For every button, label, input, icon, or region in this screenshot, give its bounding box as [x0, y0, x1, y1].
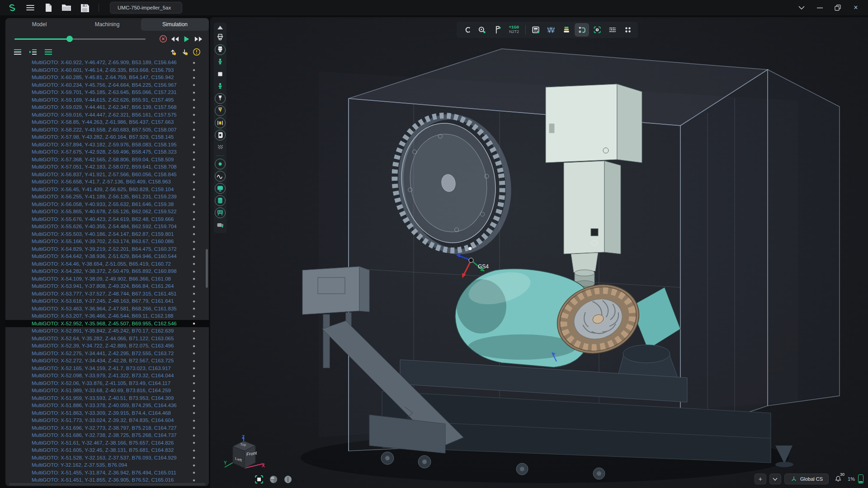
- list-hscrollbar[interactable]: [9, 483, 205, 485]
- breakpoint-dot[interactable]: ●: [193, 164, 195, 169]
- measure-tape-button[interactable]: [475, 23, 489, 37]
- goto-list-item[interactable]: MultiGOTO: X-54.642, Y-38.936, Z-51.629,…: [5, 253, 209, 260]
- orbit-view-button[interactable]: [283, 474, 293, 484]
- breakpoint-dot[interactable]: ●: [193, 142, 195, 147]
- breakpoint-dot[interactable]: ●: [193, 433, 195, 438]
- breakpoint-dot[interactable]: ●: [193, 202, 195, 206]
- step-forward-button[interactable]: [193, 33, 204, 44]
- breakpoint-dot[interactable]: ●: [193, 418, 195, 423]
- goto-list-item[interactable]: MultiGOTO: X-53.463, Y-36.964, Z-47.581,…: [5, 305, 209, 313]
- breakpoint-dot[interactable]: ●: [193, 448, 195, 453]
- breakpoint-dot[interactable]: ●: [193, 478, 195, 483]
- tool-path-toggle[interactable]: [215, 105, 226, 116]
- goto-list-item[interactable]: MultiGOTO: X-59.016, Y-44.447, Z-62.321,…: [5, 111, 209, 119]
- goto-list-item[interactable]: MultiGOTO: X-51.528, Y-32.163, Z-37.537,…: [5, 454, 209, 462]
- goto-list-item[interactable]: MultiGOTO: X-57.051, Y-42.183, Z-58.072,…: [5, 163, 209, 171]
- minimize-button[interactable]: [812, 2, 827, 14]
- analysis-graph-button[interactable]: [544, 23, 558, 37]
- slider-thumb[interactable]: [66, 36, 73, 42]
- breakpoint-dot[interactable]: ●: [193, 269, 195, 274]
- restore-button[interactable]: [830, 2, 845, 14]
- fit-view-button[interactable]: [254, 474, 264, 484]
- goto-list-item[interactable]: MultiGOTO: X-59.029, Y-44.461, Z-62.347,…: [5, 103, 209, 111]
- breakpoint-dot[interactable]: ●: [193, 276, 195, 281]
- breakpoint-dot[interactable]: ●: [193, 261, 195, 266]
- goto-list-item[interactable]: MultiGOTO: X-55.865, Y-40.678, Z-55.126,…: [5, 208, 209, 216]
- breakpoint-dot[interactable]: ●: [193, 224, 195, 229]
- magnet-snap-button[interactable]: [459, 23, 474, 37]
- breakpoint-dot[interactable]: ●: [193, 299, 195, 304]
- apps-grid-button[interactable]: [621, 23, 635, 37]
- goto-list-item[interactable]: MultiGOTO: X-56.658, Y-41.7, Z-57.136, B…: [5, 178, 209, 186]
- main-menu-button[interactable]: [24, 2, 36, 13]
- goto-list-item[interactable]: MultiGOTO: X-53.207, Y-36.466, Z-46.544,…: [5, 312, 209, 320]
- display-options-button[interactable]: [605, 23, 620, 37]
- goto-list-item[interactable]: MultiGOTO: X-55.166, Y-39.702, Z-53.174,…: [5, 238, 209, 245]
- goto-list-item[interactable]: MultiGOTO: X-55.503, Y-40.186, Z-54.147,…: [5, 230, 209, 238]
- simulation-mode-button[interactable]: [575, 23, 589, 37]
- caliper-measure-button[interactable]: [490, 23, 505, 37]
- goto-list-item[interactable]: MultiGOTO: X-52.952, Y-35.968, Z-45.507,…: [5, 320, 209, 328]
- breakpoint-dot[interactable]: ●: [193, 284, 195, 289]
- goto-list-item[interactable]: MultiGOTO: X-52.275, Y-34.441, Z-42.295,…: [5, 350, 209, 357]
- breakpoint-dot[interactable]: ●: [193, 187, 195, 192]
- goto-list-item[interactable]: MultiGOTO: X-57.368, Y-42.565, Z-58.806,…: [5, 156, 209, 164]
- goto-list-item[interactable]: MultiGOTO: X-56.45, Y-41.439, Z-56.625, …: [5, 186, 209, 193]
- breakpoint-dot[interactable]: ●: [193, 254, 195, 259]
- goto-list-item[interactable]: MultiGOTO: X-55.626, Y-40.355, Z-54.484,…: [5, 223, 209, 230]
- breakpoint-dot[interactable]: ●: [193, 328, 195, 333]
- goto-list-item[interactable]: MultiGOTO: X-51.886, Y-33.378, Z-40.059,…: [5, 402, 209, 409]
- goto-list-item[interactable]: MultiGOTO: X-55.676, Y-40.423, Z-54.619,…: [5, 216, 209, 223]
- workpiece-solid-toggle[interactable]: [215, 69, 226, 80]
- goto-list-item[interactable]: MultiGOTO: X-51.61, Y-32.467, Z-38.166, …: [5, 439, 209, 447]
- machine-housing-toggle[interactable]: [215, 183, 226, 194]
- breakpoint-dot[interactable]: ●: [193, 127, 195, 132]
- goto-list-item[interactable]: MultiGOTO: Y-32.162, Z-37.535, B76.094●: [5, 461, 209, 469]
- breakpoint-dot[interactable]: ●: [193, 463, 195, 468]
- breakpoint-dot[interactable]: ●: [193, 157, 195, 162]
- breakpoint-dot[interactable]: ●: [193, 67, 195, 72]
- breakpoint-dot[interactable]: ●: [193, 455, 195, 460]
- simulation-progress-slider[interactable]: [14, 36, 146, 42]
- breakpoint-dot[interactable]: ●: [193, 120, 195, 125]
- curve-display-toggle[interactable]: [215, 171, 226, 182]
- goto-list-item[interactable]: MultiGOTO: X-57.98, Y-43.282, Z-60.164, …: [5, 133, 209, 141]
- goto-next-event-button[interactable]: [179, 47, 191, 57]
- breakpoint-dot[interactable]: ●: [193, 351, 195, 356]
- stock-cylinder-toggle[interactable]: [215, 195, 226, 206]
- coordinate-system-selector[interactable]: Global CS: [784, 474, 829, 484]
- breakpoint-dot[interactable]: ●: [193, 336, 195, 341]
- goto-list-item[interactable]: MultiGOTO: X-58.222, Y-43.558, Z-60.683,…: [5, 126, 209, 134]
- breakpoint-dot[interactable]: ●: [193, 194, 195, 199]
- goto-list-item[interactable]: MultiGOTO: X-52.39, Y-34.722, Z-42.889, …: [5, 342, 209, 350]
- goto-list-item[interactable]: MultiGOTO: X-56.058, Y-40.933, Z-55.632,…: [5, 201, 209, 208]
- document-title-field[interactable]: UMC-750-impeller_5ax: [110, 2, 182, 14]
- view-cube[interactable]: Top Left Front X Y Z: [224, 435, 265, 474]
- breakpoint-dot[interactable]: ●: [193, 97, 195, 102]
- compact-list-button[interactable]: [42, 47, 54, 57]
- breakpoint-dot[interactable]: ●: [193, 75, 195, 80]
- goto-list-item[interactable]: MultiGOTO: X-60.285, Y-45.81, Z-64.759, …: [5, 74, 209, 81]
- tool-bit-toggle[interactable]: [215, 93, 226, 104]
- goto-list-item[interactable]: MultiGOTO: X-52.64, Y-35.282, Z-44.066, …: [5, 335, 209, 343]
- shaded-view-button[interactable]: [268, 474, 279, 484]
- machine-table-toggle[interactable]: [215, 207, 226, 218]
- breakpoint-dot[interactable]: ●: [193, 82, 195, 87]
- tab-simulation[interactable]: Simulation: [141, 18, 209, 31]
- chuck-toggle[interactable]: [215, 130, 226, 141]
- camera-view-toggle[interactable]: [215, 220, 226, 230]
- goto-list-item[interactable]: MultiGOTO: X-54.109, Y-38.09, Z-49.902, …: [5, 275, 209, 283]
- collision-check-button[interactable]: [590, 23, 604, 37]
- breakpoint-dot[interactable]: ●: [193, 209, 195, 214]
- goto-list-item[interactable]: MultiGOTO: X-51.696, Y-32.773, Z-38.797,…: [5, 424, 209, 432]
- goto-list-item[interactable]: MultiGOTO: X-53.941, Y-37.808, Z-49.324,…: [5, 282, 209, 290]
- breakpoint-dot[interactable]: ●: [193, 380, 195, 385]
- goto-list-item[interactable]: MultiGOTO: X-59.701, Y-45.185, Z-63.645,…: [5, 89, 209, 96]
- goto-list-item[interactable]: MultiGOTO: X-51.989, Y-33.68, Z-40.69, B…: [5, 387, 209, 394]
- open-folder-button[interactable]: [61, 2, 72, 13]
- follow-current-line-button[interactable]: [27, 47, 39, 57]
- list-flat-view-button[interactable]: [12, 47, 24, 57]
- breakpoint-dot[interactable]: ●: [193, 403, 195, 408]
- goto-list-item[interactable]: MultiGOTO: X-54.46, Y-38.654, Z-51.055, …: [5, 260, 209, 268]
- points-display-toggle[interactable]: [215, 159, 226, 169]
